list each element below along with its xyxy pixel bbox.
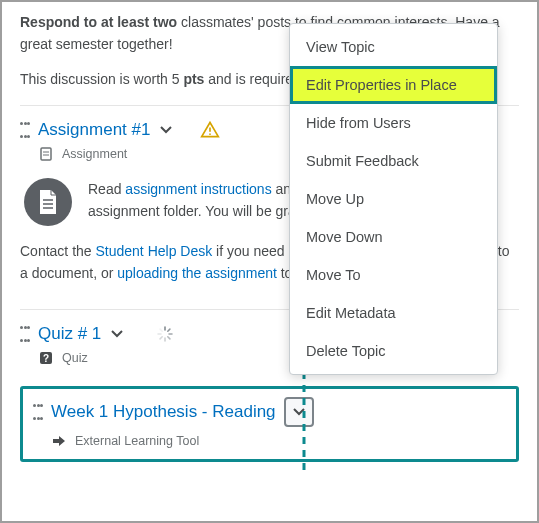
menu-submit-feedback[interactable]: Submit Feedback	[290, 142, 497, 180]
menu-move-down[interactable]: Move Down	[290, 218, 497, 256]
chevron-down-icon	[111, 328, 123, 340]
help-desk-link[interactable]: Student Help Desk	[96, 243, 213, 259]
assignment-type-icon	[38, 146, 54, 162]
svg-text:?: ?	[43, 353, 49, 364]
app-frame: Respond to at least two classmates' post…	[0, 0, 539, 523]
context-menu: View Topic Edit Properties in Place Hide…	[289, 23, 498, 375]
read-prefix: Read	[88, 181, 125, 197]
quiz-type-label: Quiz	[62, 351, 88, 365]
chevron-down-icon	[293, 406, 305, 418]
instructions-link[interactable]: assignment instructions	[125, 181, 271, 197]
quiz-type-icon: ?	[38, 350, 54, 366]
menu-view-topic[interactable]: View Topic	[290, 28, 497, 66]
assignment-expand-button[interactable]	[158, 122, 174, 138]
week1-title-link[interactable]: Week 1 Hypothesis - Reading	[51, 402, 276, 422]
quiz-title-link[interactable]: Quiz # 1	[38, 324, 101, 344]
loading-spinner-icon	[157, 326, 173, 342]
intro-bold: Respond to at least two	[20, 14, 177, 30]
document-circle-icon	[24, 178, 72, 226]
quiz-expand-button[interactable]	[109, 326, 125, 342]
menu-delete-topic[interactable]: Delete Topic	[290, 332, 497, 370]
external-tool-icon	[51, 433, 67, 449]
upload-link[interactable]: uploading the assignment	[117, 265, 277, 281]
menu-move-up[interactable]: Move Up	[290, 180, 497, 218]
assignment-type-label: Assignment	[62, 147, 127, 161]
drag-handle-icon[interactable]	[20, 122, 30, 138]
assignment-title-link[interactable]: Assignment #1	[38, 120, 150, 140]
content-item-week1-highlighted: Week 1 Hypothesis - Reading External Lea…	[20, 386, 519, 462]
pts-a: This discussion is worth 5	[20, 71, 183, 87]
menu-move-to[interactable]: Move To	[290, 256, 497, 294]
menu-edit-properties[interactable]: Edit Properties in Place	[290, 66, 497, 104]
week1-type-row: External Learning Tool	[51, 433, 506, 449]
week1-type-label: External Learning Tool	[75, 434, 199, 448]
svg-line-13	[160, 337, 162, 339]
week1-context-menu-button[interactable]	[284, 397, 314, 427]
week1-header: Week 1 Hypothesis - Reading	[33, 397, 506, 427]
drag-handle-icon[interactable]	[33, 404, 43, 420]
contact-prefix: Contact the	[20, 243, 96, 259]
warning-icon	[200, 120, 220, 140]
svg-line-11	[168, 337, 170, 339]
svg-point-1	[210, 133, 212, 135]
menu-hide-from-users[interactable]: Hide from Users	[290, 104, 497, 142]
chevron-down-icon	[160, 124, 172, 136]
menu-edit-metadata[interactable]: Edit Metadata	[290, 294, 497, 332]
drag-handle-icon[interactable]	[20, 326, 30, 342]
svg-line-9	[168, 329, 170, 331]
svg-rect-2	[41, 148, 51, 160]
pts-label: pts	[183, 71, 204, 87]
svg-line-15	[160, 329, 162, 331]
